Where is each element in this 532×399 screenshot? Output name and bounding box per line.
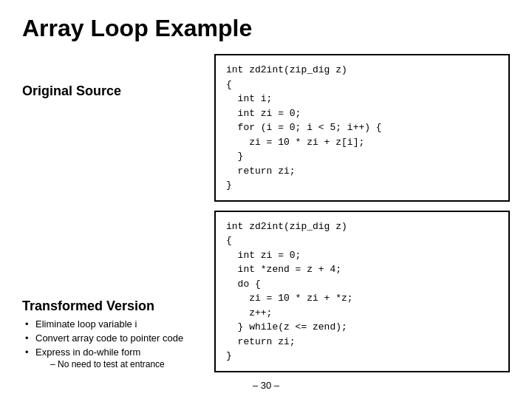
bullet-2: Convert array code to pointer code bbox=[25, 332, 200, 344]
bullet-1: Eliminate loop variable i bbox=[25, 318, 200, 330]
left-panel: Original Source Transformed Version Elim… bbox=[22, 54, 200, 372]
bullet-3: Express in do-while form – No need to te… bbox=[25, 347, 200, 369]
right-panel: int zd2int(zip_dig z) { int i; int zi = … bbox=[214, 54, 510, 372]
original-source-label: Original Source bbox=[22, 83, 200, 99]
transformed-section-left: Transformed Version Eliminate loop varia… bbox=[22, 291, 200, 372]
footer: – 30 – bbox=[22, 380, 510, 391]
transformed-code-box: int zd2int(zip_dig z) { int zi = 0; int … bbox=[214, 211, 510, 372]
transformed-bullets: Eliminate loop variable i Convert array … bbox=[25, 318, 200, 369]
original-source-section: Original Source bbox=[22, 54, 200, 105]
slide: Array Loop Example Original Source Trans… bbox=[0, 0, 532, 399]
original-code-box: int zd2int(zip_dig z) { int i; int zi = … bbox=[214, 54, 510, 202]
transformed-version-label: Transformed Version bbox=[22, 299, 200, 314]
content-area: Original Source Transformed Version Elim… bbox=[22, 54, 510, 372]
slide-title: Array Loop Example bbox=[22, 15, 510, 42]
sub-bullet: – No need to test at entrance bbox=[35, 359, 200, 369]
